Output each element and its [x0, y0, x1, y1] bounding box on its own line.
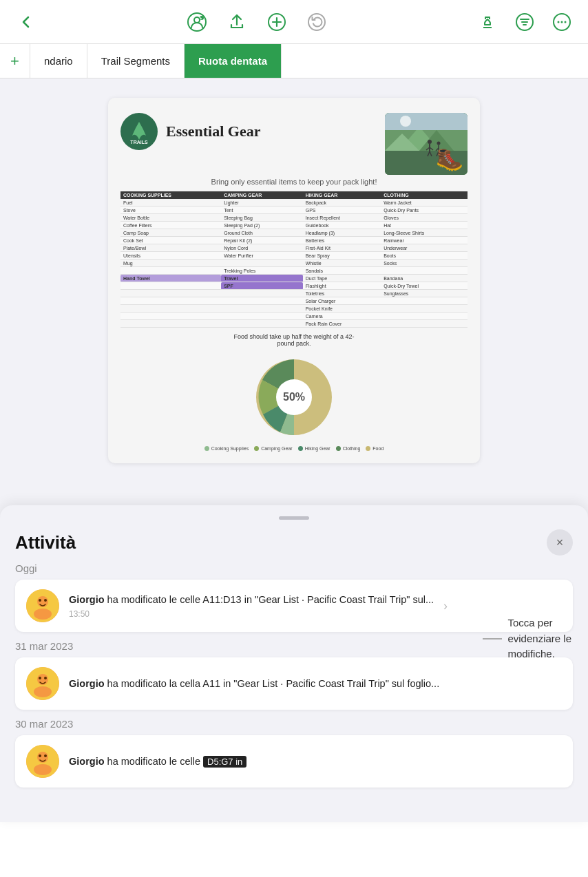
legend-clothing: Clothing [336, 446, 361, 451]
stamp-button[interactable] [474, 8, 501, 36]
table-row: Pocket Knife [120, 305, 468, 313]
table-cell: Stove [120, 207, 221, 214]
table-cell: Warm Jacket [381, 199, 468, 207]
table-cell: Bandana [381, 275, 468, 282]
pie-chart: 50% [249, 352, 339, 442]
share-button[interactable] [223, 8, 251, 36]
table-row: Plate/BowlNylon CordFirst-Aid KitUnderwe… [120, 244, 468, 252]
table-cell: Water Bottle [120, 214, 221, 222]
table-cell: Rainwear [381, 237, 468, 244]
add-button[interactable] [263, 8, 291, 36]
tab-ndario[interactable]: ndario [30, 44, 87, 78]
table-cell: Pocket Knife [303, 305, 381, 313]
top-bar-center [183, 8, 330, 36]
table-cell [221, 313, 303, 320]
more-button[interactable] [548, 8, 576, 36]
table-cell: Bear Spray [303, 252, 381, 260]
add-tab-button[interactable]: + [0, 44, 30, 78]
table-cell: Backpack [303, 199, 381, 207]
activity-item-3[interactable]: Giorgio ha modificato le celle D5:G7 in [15, 735, 573, 788]
back-button[interactable] [12, 8, 40, 36]
svg-point-35 [44, 599, 47, 602]
card-right-panel: Food should take up half the weight of a… [120, 333, 468, 451]
table-cell [120, 305, 221, 313]
table-cell: Utensils [120, 252, 221, 260]
tab-ruota-dentata[interactable]: Ruota dentata [185, 44, 282, 78]
main-content: TRAILS Essential Gear [0, 78, 588, 505]
activity-text-content-2: Giorgio ha modificato la cella A11 in "G… [69, 677, 439, 690]
table-cell [120, 267, 221, 275]
undo-button[interactable] [303, 8, 330, 36]
table-cell: Hat [381, 222, 468, 229]
drag-handle[interactable] [279, 516, 309, 520]
card-logo: TRAILS [120, 113, 158, 150]
filter-button[interactable] [511, 8, 538, 36]
svg-line-29 [439, 151, 441, 156]
table-cell: Nylon Cord [221, 244, 303, 252]
table-cell: Quick-Dry Pants [381, 207, 468, 214]
activity-item-2[interactable]: Giorgio ha modificato la cella A11 in "G… [15, 657, 573, 710]
svg-point-25 [437, 142, 441, 145]
table-cell: Insect Repellent [303, 214, 381, 222]
table-cell: Whistle [303, 260, 381, 267]
activity-text-content-1: Giorgio ha modificato le celle A11:D13 i… [69, 593, 434, 606]
card-photo [385, 113, 468, 175]
spreadsheet-card: TRAILS Essential Gear [108, 98, 480, 463]
svg-rect-13 [385, 151, 468, 175]
col-clothing: CLOTHING [381, 191, 468, 199]
svg-point-1 [194, 17, 200, 23]
table-cell [381, 267, 468, 275]
table-cell: Sleeping Pad (2) [221, 222, 303, 229]
svg-point-45 [44, 754, 47, 757]
svg-point-18 [400, 116, 411, 127]
svg-text:TRAILS: TRAILS [130, 140, 148, 145]
table-cell: Water Purifier [221, 252, 303, 260]
col-camping: CAMPING GEAR [221, 191, 303, 199]
table-cell: Lighter [221, 199, 303, 207]
table-cell [120, 320, 221, 328]
table-cell: Sleeping Bag [221, 214, 303, 222]
legend-dot-cooking [204, 446, 209, 451]
cell-ref-highlight: D5:G7 in [203, 756, 246, 768]
table-cell [221, 305, 303, 313]
table-cell [120, 290, 221, 297]
panel-header: Attività × [15, 529, 573, 556]
activity-text-3: Giorgio ha modificato le celle D5:G7 in [69, 754, 246, 768]
activity-user-2: Giorgio [69, 678, 105, 689]
activity-panel: Attività × Oggi [0, 505, 588, 822]
table-cell: Tent [221, 207, 303, 214]
gear-table: COOKING SUPPLIES CAMPING GEAR HIKING GEA… [120, 191, 468, 328]
table-cell: Boots [381, 252, 468, 260]
activity-action-1: ha modificato le celle A11:D13 in "Gear … [105, 594, 434, 605]
panel-title: Attività [15, 532, 76, 553]
table-cell: Gloves [381, 214, 468, 222]
card-header-left: TRAILS Essential Gear [120, 113, 261, 150]
legend-dot-food [366, 446, 370, 451]
table-cell: Camera [303, 313, 381, 320]
table-cell [221, 260, 303, 267]
table-cell: Underwear [381, 244, 468, 252]
svg-rect-17 [385, 113, 468, 130]
legend-dot-clothing [336, 446, 341, 451]
tooltip-line [483, 638, 502, 640]
table-row: ToiletriesSunglasses [120, 290, 468, 297]
close-panel-button[interactable]: × [547, 529, 573, 556]
svg-point-7 [558, 21, 560, 23]
table-cell: Fuel [120, 199, 221, 207]
table-cell: Camp Soap [120, 229, 221, 237]
svg-point-40 [44, 677, 47, 679]
tab-trail-segments[interactable]: Trail Segments [87, 44, 185, 78]
table-cell: Pack Rain Cover [303, 320, 381, 328]
svg-point-33 [34, 609, 52, 620]
table-cell: Hand Towel [120, 275, 221, 282]
table-row: UtensilsWater PurifierBear SprayBoots [120, 252, 468, 260]
table-row: Trekking PolesSandals [120, 267, 468, 275]
table-cell [221, 320, 303, 328]
collaborate-button[interactable] [183, 8, 211, 36]
table-row: FuelLighterBackpackWarm Jacket [120, 199, 468, 207]
activity-user-3: Giorgio [69, 756, 105, 767]
tooltip-annotation: Tocca perevidenziare lemodifiche. [483, 615, 571, 662]
activity-text-1: Giorgio ha modificato le celle A11:D13 i… [69, 593, 434, 619]
pie-center-label: 50% [283, 391, 305, 403]
card-subtitle: Bring only essential items to keep your … [120, 178, 468, 186]
